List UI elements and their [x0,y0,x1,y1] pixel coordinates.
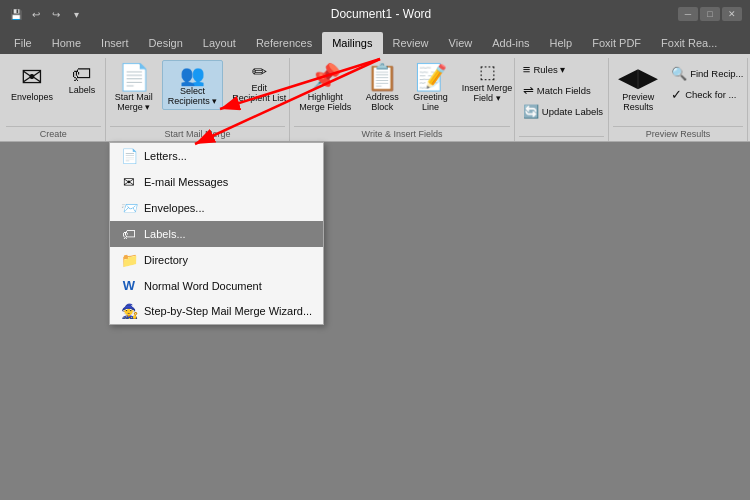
tab-references[interactable]: References [246,32,322,54]
menu-item-step-by-step[interactable]: 🧙 Step-by-Step Mail Merge Wizard... [110,298,323,324]
labels-menu-icon: 🏷 [120,226,138,242]
preview-sub-buttons: 🔍 Find Recip... ✓ Check for ... [667,64,747,104]
tab-foxit-rea[interactable]: Foxit Rea... [651,32,727,54]
greeting-line-button[interactable]: 📝 GreetingLine [408,60,453,115]
menu-item-directory[interactable]: 📁 Directory [110,247,323,273]
tab-insert[interactable]: Insert [91,32,139,54]
undo-icon[interactable]: ↩ [28,6,44,22]
menu-item-email-messages[interactable]: ✉ E-mail Messages [110,169,323,195]
start-mail-merge-label: Start MailMerge ▾ [115,92,153,112]
insert-merge-field-button[interactable]: ⬚ Insert MergeField ▾ [457,60,518,106]
customize-icon[interactable]: ▾ [68,6,84,22]
envelopes-menu-icon: 📨 [120,200,138,216]
group-rules: ≡ Rules ▾ ⇌ Match Fields 🔄 Update Labels [515,58,609,141]
match-fields-label: Match Fields [537,85,591,96]
tab-foxit-pdf[interactable]: Foxit PDF [582,32,651,54]
menu-item-envelopes[interactable]: 📨 Envelopes... [110,195,323,221]
tab-design[interactable]: Design [139,32,193,54]
window-controls[interactable]: ─ □ ✕ [678,7,742,21]
group-preview-results: ◀▶ PreviewResults 🔍 Find Recip... ✓ Chec… [609,58,748,141]
group-start-mail-merge: 📄 Start MailMerge ▾ 👥 SelectRecipients ▾… [106,58,290,141]
minimize-button[interactable]: ─ [678,7,698,21]
tab-help[interactable]: Help [540,32,583,54]
group-write-insert-label: Write & Insert Fields [294,126,510,139]
tab-home[interactable]: Home [42,32,91,54]
check-errors-button[interactable]: ✓ Check for ... [667,85,747,104]
select-recipients-button[interactable]: 👥 SelectRecipients ▾ [162,60,224,110]
edit-recipient-list-label: EditRecipient List [232,83,286,103]
update-labels-button[interactable]: 🔄 Update Labels [519,102,607,121]
address-block-icon: 📋 [366,63,398,92]
match-fields-icon: ⇌ [523,83,534,98]
menu-item-envelopes-label: Envelopes... [144,202,205,214]
start-mail-merge-icon: 📄 [118,63,150,92]
preview-results-button[interactable]: ◀▶ PreviewResults [613,60,663,115]
select-recipients-label: SelectRecipients ▾ [168,86,218,106]
rules-button[interactable]: ≡ Rules ▾ [519,60,607,79]
menu-item-step-by-step-label: Step-by-Step Mail Merge Wizard... [144,305,312,317]
group-start-mail-merge-label: Start Mail Merge [110,126,285,139]
tab-addins[interactable]: Add-ins [482,32,539,54]
group-preview-results-label: Preview Results [613,126,743,139]
tab-review[interactable]: Review [383,32,439,54]
step-by-step-icon: 🧙 [120,303,138,319]
group-create: ✉ Envelopes 🏷 Labels Create [2,58,106,141]
menu-item-normal-word[interactable]: W Normal Word Document [110,273,323,298]
menu-item-labels[interactable]: 🏷 Labels... [110,221,323,247]
tab-file[interactable]: File [4,32,42,54]
labels-label: Labels [69,85,96,95]
email-messages-icon: ✉ [120,174,138,190]
envelopes-button[interactable]: ✉ Envelopes [6,60,58,105]
match-fields-button[interactable]: ⇌ Match Fields [519,81,607,100]
mailings-ribbon: ✉ Envelopes 🏷 Labels Create 📄 Start Mail… [2,58,748,141]
group-write-insert: 📌 HighlightMerge Fields 📋 AddressBlock 📝… [290,58,515,141]
tab-mailings[interactable]: Mailings [322,32,382,54]
greeting-line-icon: 📝 [415,63,447,92]
find-recipient-label: Find Recip... [690,68,743,79]
group-rules-label [519,136,604,139]
group-rules-content: ≡ Rules ▾ ⇌ Match Fields 🔄 Update Labels [519,60,607,136]
normal-word-icon: W [120,278,138,293]
restore-button[interactable]: □ [700,7,720,21]
tab-view[interactable]: View [439,32,483,54]
menu-item-normal-word-label: Normal Word Document [144,280,262,292]
update-labels-icon: 🔄 [523,104,539,119]
insert-merge-field-icon: ⬚ [479,63,496,83]
greeting-line-label: GreetingLine [413,92,448,112]
check-errors-label: Check for ... [685,89,736,100]
group-create-label: Create [6,126,101,139]
tab-layout[interactable]: Layout [193,32,246,54]
menu-item-directory-label: Directory [144,254,188,266]
preview-results-label: PreviewResults [622,92,654,112]
start-mail-merge-button[interactable]: 📄 Start MailMerge ▾ [110,60,158,115]
select-recipients-icon: 👥 [180,64,205,86]
menu-item-email-messages-label: E-mail Messages [144,176,228,188]
window-title: Document1 - Word [84,7,678,21]
start-mail-merge-dropdown: 📄 Letters... ✉ E-mail Messages 📨 Envelop… [109,142,324,325]
edit-recipient-list-icon: ✏ [252,63,267,83]
rules-label: Rules ▾ [533,64,565,75]
find-recipient-button[interactable]: 🔍 Find Recip... [667,64,747,83]
highlight-merge-fields-button[interactable]: 📌 HighlightMerge Fields [294,60,356,115]
address-block-label: AddressBlock [366,92,399,112]
group-start-mail-merge-content: 📄 Start MailMerge ▾ 👥 SelectRecipients ▾… [110,60,292,126]
group-preview-results-content: ◀▶ PreviewResults 🔍 Find Recip... ✓ Chec… [613,60,747,126]
ribbon-tab-bar: File Home Insert Design Layout Reference… [0,28,750,54]
menu-item-labels-label: Labels... [144,228,186,240]
close-button[interactable]: ✕ [722,7,742,21]
redo-icon[interactable]: ↪ [48,6,64,22]
edit-recipient-list-button[interactable]: ✏ EditRecipient List [227,60,291,106]
find-recipient-icon: 🔍 [671,66,687,81]
address-block-button[interactable]: 📋 AddressBlock [360,60,404,115]
group-write-insert-content: 📌 HighlightMerge Fields 📋 AddressBlock 📝… [294,60,517,126]
save-icon[interactable]: 💾 [8,6,24,22]
envelopes-label: Envelopes [11,92,53,102]
letters-icon: 📄 [120,148,138,164]
menu-item-letters[interactable]: 📄 Letters... [110,143,323,169]
highlight-icon: 📌 [309,63,341,92]
labels-button[interactable]: 🏷 Labels [60,60,104,98]
group-create-content: ✉ Envelopes 🏷 Labels [6,60,104,126]
labels-icon: 🏷 [72,63,92,85]
title-bar: 💾 ↩ ↪ ▾ Document1 - Word ─ □ ✕ [0,0,750,28]
quick-access-toolbar[interactable]: 💾 ↩ ↪ ▾ [8,6,84,22]
